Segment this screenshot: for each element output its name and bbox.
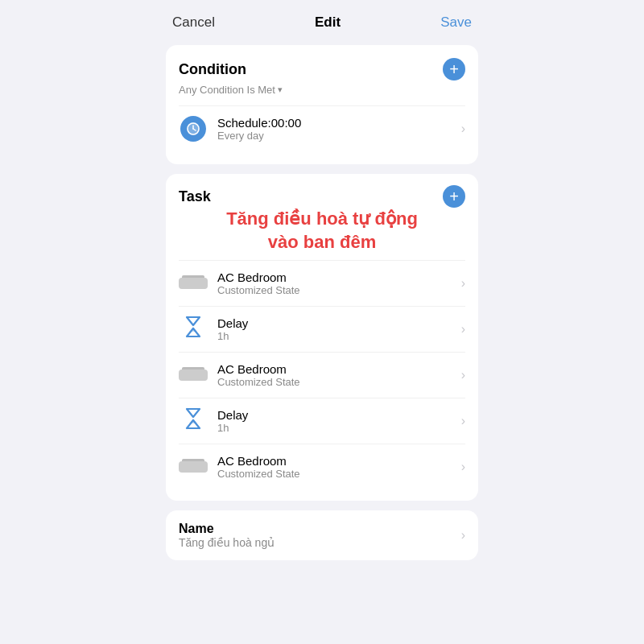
ac-1-title: AC Bedroom (217, 270, 461, 284)
ac-2-chevron-icon: › (461, 368, 465, 382)
delay-1-subtitle: 1h (217, 330, 461, 342)
name-chevron-icon: › (461, 528, 465, 543)
delay-1-text: Delay 1h (217, 316, 461, 342)
page-title: Edit (315, 14, 341, 31)
ac-1-text: AC Bedroom Customized State (217, 270, 461, 296)
clock-icon-container (179, 114, 208, 143)
task-item-ac-3[interactable]: AC Bedroom Customized State › (179, 444, 465, 489)
schedule-chevron-icon: › (461, 122, 465, 136)
condition-item-schedule[interactable]: Schedule:00:00 Every day › (179, 105, 465, 151)
condition-subtitle[interactable]: Any Condition Is Met (179, 84, 465, 96)
name-value: Tăng điều hoà ngủ (179, 536, 461, 549)
ac-device-icon (179, 278, 208, 289)
delay-2-title: Delay (217, 408, 461, 422)
add-condition-button[interactable]: + (443, 58, 465, 80)
save-button[interactable]: Save (440, 14, 472, 31)
task-section: Task + Tăng điều hoà tự động vào ban đêm… (166, 174, 478, 501)
ac-1-chevron-icon: › (461, 276, 465, 291)
schedule-item-text: Schedule:00:00 Every day (217, 116, 461, 142)
ac-2-subtitle: Customized State (217, 376, 461, 388)
schedule-subtitle: Every day (217, 130, 461, 142)
ac-3-chevron-icon: › (461, 460, 465, 474)
task-item-ac-2[interactable]: AC Bedroom Customized State › (179, 352, 465, 398)
name-card[interactable]: Name Tăng điều hoà ngủ › (166, 510, 478, 560)
task-item-delay-2[interactable]: Delay 1h › (179, 398, 465, 444)
delay-2-subtitle: 1h (217, 422, 461, 434)
ac-icon-2 (179, 361, 208, 390)
task-card: Task + Tăng điều hoà tự động vào ban đêm… (166, 174, 478, 501)
ac-icon-1 (179, 269, 208, 298)
delay-2-text: Delay 1h (217, 408, 461, 434)
schedule-title: Schedule:00:00 (217, 116, 461, 130)
name-label: Name (179, 522, 461, 536)
clock-icon (180, 116, 206, 142)
ac-icon-3 (179, 452, 208, 481)
ac-device-icon-3 (179, 461, 208, 473)
condition-title: Condition (179, 61, 246, 78)
delay-1-title: Delay (217, 316, 461, 330)
hourglass-icon-1 (184, 316, 203, 343)
banner-text: Tăng điều hoà tự động vào ban đêm (179, 208, 465, 254)
hourglass-icon-2 (184, 407, 203, 435)
task-card-header: Task + (179, 185, 465, 208)
task-item-delay-1[interactable]: Delay 1h › (179, 306, 465, 352)
ac-3-text: AC Bedroom Customized State (217, 454, 461, 480)
ac-device-icon-2 (179, 369, 208, 381)
delay-1-chevron-icon: › (461, 322, 465, 336)
ac-1-subtitle: Customized State (217, 284, 461, 296)
name-content: Name Tăng điều hoà ngủ (179, 522, 461, 549)
delay-2-chevron-icon: › (461, 414, 465, 428)
task-title: Task (179, 188, 211, 205)
overlay-banner: Tăng điều hoà tự động vào ban đêm (179, 208, 465, 254)
condition-card-header: Condition + (179, 58, 465, 80)
hourglass-icon-2-container (179, 407, 208, 436)
task-item-ac-1[interactable]: AC Bedroom Customized State › (179, 260, 465, 306)
page-header: Cancel Edit Save (153, 0, 491, 40)
cancel-button[interactable]: Cancel (172, 14, 215, 31)
condition-card: Condition + Any Condition Is Met Schedul… (166, 45, 478, 164)
ac-2-title: AC Bedroom (217, 362, 461, 376)
ac-2-text: AC Bedroom Customized State (217, 362, 461, 388)
hourglass-icon-1-container (179, 315, 208, 344)
ac-3-subtitle: Customized State (217, 468, 461, 480)
ac-3-title: AC Bedroom (217, 454, 461, 468)
add-task-button[interactable]: + (443, 185, 465, 208)
